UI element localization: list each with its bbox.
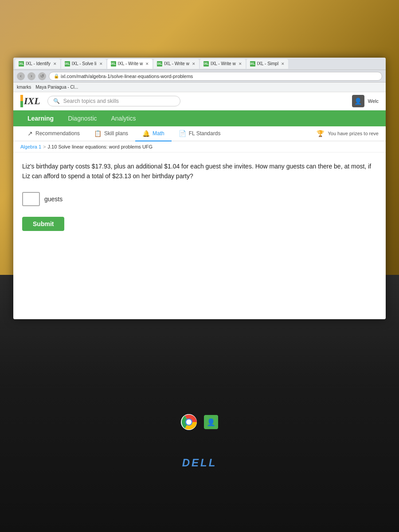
sub-nav-recommendations[interactable]: ↗ Recommendations [20, 126, 87, 141]
ixl-logo-text: IXL [24, 95, 40, 107]
sub-nav-fl-standards[interactable]: 📄 FL Standards [172, 126, 228, 141]
address-bar[interactable]: 🔒 ixl.com/math/algebra-1/solve-linear-eq… [49, 72, 382, 81]
prize-text: You have prizes to reve [328, 131, 379, 136]
forward-button[interactable]: › [27, 72, 35, 80]
bookmarks-bar: kmarks Maya Paniagua - Cl... [13, 82, 386, 92]
tab-2[interactable]: IXL IXL - Solve li ✕ [61, 59, 106, 69]
tab-2-close[interactable]: ✕ [99, 62, 103, 66]
taskbar: 👤 [181, 414, 218, 430]
breadcrumb-current: J.10 Solve linear equations: word proble… [48, 144, 153, 149]
header-right: 👤 Welc [352, 95, 379, 107]
address-bar-row: ‹ › ↺ 🔒 ixl.com/math/algebra-1/solve-lin… [13, 70, 386, 82]
bookmark-maya[interactable]: Maya Paniagua - Cl... [35, 85, 78, 90]
fl-standards-label: FL Standards [189, 130, 221, 137]
refresh-button[interactable]: ↺ [38, 72, 46, 80]
skill-plans-label: Skill plans [104, 130, 128, 137]
search-bar[interactable]: 🔍 Search topics and skills [47, 96, 180, 106]
tab-6-favicon: IXL [250, 61, 255, 66]
user-taskbar-icon[interactable]: 👤 [204, 415, 218, 429]
ixl-header: IXL 🔍 Search topics and skills 👤 Welc [13, 92, 386, 110]
sub-nav-right: 🏆 You have prizes to reve [317, 130, 379, 137]
recommendations-label: Recommendations [35, 130, 80, 137]
nav-learning[interactable]: Learning [20, 110, 61, 126]
tab-4-close[interactable]: ✕ [192, 62, 196, 66]
ixl-logo-bar [20, 95, 23, 107]
math-icon: 🔔 [142, 130, 150, 137]
tab-1-close[interactable]: ✕ [53, 62, 57, 66]
ixl-page: IXL 🔍 Search topics and skills 👤 Welc Le… [13, 92, 386, 319]
math-label: Math [153, 130, 164, 137]
tab-5-favicon: IXL [203, 61, 209, 66]
sub-nav-skill-plans[interactable]: 📋 Skill plans [87, 126, 135, 141]
recommendations-icon: ↗ [27, 130, 33, 137]
problem-text: Liz's birthday party costs $17.93, plus … [22, 161, 377, 181]
search-icon: 🔍 [53, 98, 60, 104]
welcome-text: Welc [368, 98, 379, 104]
tab-1-favicon: IXL [19, 61, 24, 66]
tab-4-label: IXL - Write w [164, 61, 189, 66]
prize-icon: 🏆 [317, 130, 324, 137]
tab-6-close[interactable]: ✕ [281, 62, 285, 66]
chrome-icon[interactable] [181, 414, 197, 430]
nav-diagnostic[interactable]: Diagnostic [61, 110, 104, 126]
tab-3[interactable]: IXL IXL - Write w ✕ [107, 59, 153, 69]
breadcrumb: Algebra 1 > J.10 Solve linear equations:… [13, 141, 386, 153]
tab-1[interactable]: IXL IXL - Identify ✕ [15, 59, 60, 69]
green-nav: Learning Diagnostic Analytics [13, 110, 386, 126]
ixl-logo: IXL [20, 95, 40, 107]
problem-area: Liz's birthday party costs $17.93, plus … [13, 153, 386, 240]
tab-4-favicon: IXL [157, 61, 162, 66]
back-button[interactable]: ‹ [17, 72, 25, 80]
tab-6[interactable]: IXL IXL - Simpl ✕ [246, 59, 289, 69]
answer-label: guests [44, 196, 63, 203]
lock-icon: 🔒 [54, 74, 59, 78]
breadcrumb-parent[interactable]: Algebra 1 [20, 144, 41, 149]
tab-4[interactable]: IXL IXL - Write w ✕ [153, 59, 199, 69]
tab-3-close[interactable]: ✕ [145, 62, 149, 66]
answer-input[interactable] [22, 192, 40, 206]
tab-3-label: IXL - Write w [118, 61, 143, 66]
submit-button[interactable]: Submit [22, 217, 64, 231]
search-placeholder: Search topics and skills [63, 98, 119, 104]
tab-6-label: IXL - Simpl [257, 61, 279, 66]
sub-nav-math[interactable]: 🔔 Math [135, 126, 172, 141]
tab-1-label: IXL - Identify [26, 61, 51, 66]
tab-2-label: IXL - Solve li [72, 61, 97, 66]
user-avatar: 👤 [352, 95, 364, 107]
answer-area: guests [22, 192, 377, 206]
tab-2-favicon: IXL [65, 61, 70, 66]
tab-5-label: IXL - Write w [211, 61, 236, 66]
browser-window: IXL IXL - Identify ✕ IXL IXL - Solve li … [13, 58, 386, 319]
fl-standards-icon: 📄 [179, 130, 186, 137]
nav-analytics[interactable]: Analytics [104, 110, 143, 126]
bookmark-kmarks[interactable]: kmarks [17, 85, 31, 90]
address-text: ixl.com/math/algebra-1/solve-linear-equa… [61, 74, 193, 79]
browser-tabs: IXL IXL - Identify ✕ IXL IXL - Solve li … [13, 58, 386, 70]
tab-5-close[interactable]: ✕ [239, 62, 242, 66]
skill-plans-icon: 📋 [94, 130, 102, 137]
tab-3-favicon: IXL [111, 61, 116, 66]
tab-5[interactable]: IXL IXL - Write w ✕ [200, 59, 246, 69]
svg-point-2 [186, 419, 192, 425]
breadcrumb-separator: > [43, 144, 46, 149]
sub-nav: ↗ Recommendations 📋 Skill plans 🔔 Math 📄… [13, 126, 386, 141]
dell-logo: DELL [182, 454, 217, 470]
